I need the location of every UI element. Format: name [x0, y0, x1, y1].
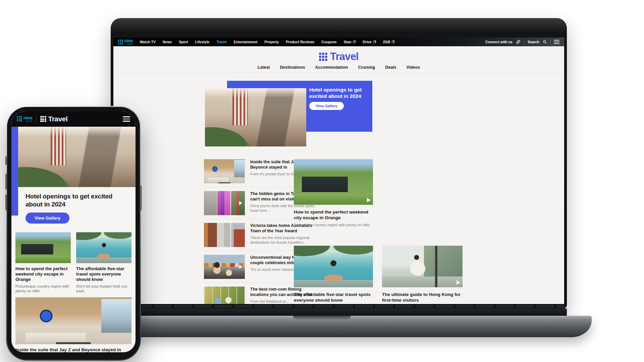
article-title: How to spend the perfect weekend city es… [294, 209, 373, 221]
article-title: How to spend the perfect weekend city es… [15, 266, 71, 282]
article-desc: These are the most popular regional dest… [250, 235, 321, 245]
hero-image-hotel-lobby[interactable] [205, 88, 306, 146]
travel-logo-text: Travel [48, 115, 68, 123]
nine-logo-text: nine .com.au [23, 116, 33, 122]
nav-item-coupons[interactable]: Coupons [321, 40, 337, 44]
external-link-icon [392, 41, 394, 43]
feature-article-five-star[interactable]: The affordable five-star travel spots ev… [294, 246, 373, 304]
phone-power-button [140, 186, 142, 210]
feature-article-orange[interactable]: How to spend the perfect weekend city es… [294, 159, 373, 227]
connect-with-us-link[interactable]: Connect with us [485, 40, 513, 44]
external-link-icon [373, 41, 376, 43]
subnav-item-destinations[interactable]: Destinations [280, 65, 305, 70]
nav-item-sport[interactable]: Sport [179, 40, 188, 44]
article-desc: Don't let your budget hold you back. [76, 284, 131, 293]
hero-title[interactable]: Hotel openings to get excited about in 2… [309, 86, 374, 99]
thumbnail-suite [204, 159, 245, 183]
nav-item-drive-label: Drive [363, 40, 371, 44]
subnav-item-deals[interactable]: Deals [385, 65, 396, 70]
mobile-card-grid: How to spend the perfect weekend city es… [11, 232, 136, 293]
phone-mockup: nine .com.au Travel Hotel openings to ge… [6, 106, 141, 361]
nine-dots-icon [118, 40, 123, 45]
article-title[interactable]: Inside the suite that Jay Z and Beyoncé … [11, 344, 136, 352]
view-gallery-button[interactable]: View Gallery [309, 102, 344, 110]
laptop-base-notch [293, 316, 351, 320]
feature-image-pool [294, 246, 373, 287]
thumbnail-tokyo [204, 191, 245, 215]
nav-item-stan-label: Stan [344, 40, 352, 44]
link-icon[interactable] [516, 40, 521, 44]
nav-item-travel[interactable]: Travel [216, 40, 226, 44]
header-divider [36, 115, 36, 123]
search-icon[interactable] [543, 40, 547, 44]
travel-logo[interactable]: Travel [319, 51, 359, 63]
nav-item-watch-tv[interactable]: Watch TV [140, 40, 156, 44]
card-image-orange [15, 232, 71, 263]
mobile-hero-text: Hotel openings to get excited about in 2… [11, 187, 136, 229]
hero-title[interactable]: Hotel openings to get excited about in 2… [25, 192, 131, 208]
play-icon [239, 265, 242, 269]
card-five-star[interactable]: The affordable five-star travel spots ev… [76, 232, 131, 293]
play-icon [239, 201, 242, 205]
nine-brand: nine [23, 116, 33, 120]
desktop-browser-viewport: nine .com.au Watch TV News Sport Lifesty… [113, 38, 564, 304]
subnav-item-latest[interactable]: Latest [258, 65, 270, 70]
nav-item-lifestyle[interactable]: Lifestyle [195, 40, 210, 44]
travel-dots-icon [319, 53, 327, 61]
menu-icon[interactable] [554, 40, 559, 44]
nav-item-product-reviews[interactable]: Product Reviews [286, 40, 315, 44]
article-desc: Picturesque country region with plenty o… [294, 223, 373, 227]
hero-accent-bar [11, 127, 18, 216]
card-image-pool [76, 232, 131, 263]
device-mockup-stage: nine .com.au Watch TV News Sport Lifesty… [0, 0, 644, 362]
travel-logo-text: Travel [330, 51, 359, 63]
nav-divider [524, 40, 524, 44]
nine-logo[interactable]: nine .com.au [17, 116, 33, 122]
play-icon [367, 198, 371, 202]
nav-item-property[interactable]: Property [264, 40, 279, 44]
travel-logo[interactable]: Travel [40, 115, 68, 123]
phone-volume-down-button [5, 194, 7, 210]
subnav-item-accommodation[interactable]: Accommodation [315, 65, 348, 70]
search-button[interactable]: Search [528, 40, 539, 44]
phone-volume-up-button [5, 174, 7, 190]
nav-item-2gb[interactable]: 2GB [383, 40, 395, 44]
travel-dots-icon [40, 116, 46, 122]
mobile-header: nine .com.au Travel [11, 111, 136, 127]
subnav-divider [113, 73, 564, 73]
nine-brand: nine [124, 39, 133, 43]
navbar-right-cluster: Connect with us Search [485, 40, 559, 44]
article-image-suite[interactable] [15, 297, 131, 344]
article-title: The affordable five-star travel spots ev… [294, 292, 373, 303]
travel-subnav: Latest Destinations Accommodation Cruisi… [113, 65, 564, 70]
nine-network-navbar: nine .com.au Watch TV News Sport Lifesty… [113, 38, 564, 46]
nav-divider [550, 40, 550, 44]
laptop-keyboard-glimpse [113, 305, 564, 308]
nav-item-entertainment[interactable]: Entertainment [234, 40, 258, 44]
nav-item-drive[interactable]: Drive [363, 40, 376, 44]
nine-brand-suffix: .com.au [25, 120, 33, 122]
nine-logo-text: nine .com.au [124, 39, 133, 45]
feature-article-hong-kong[interactable]: The ultimate guide to Hong Kong for firs… [382, 246, 463, 304]
subnav-item-cruising[interactable]: Cruising [358, 65, 375, 70]
article-desc: Picturesque country region with plenty o… [15, 284, 71, 293]
nav-item-2gb-label: 2GB [383, 40, 390, 44]
play-icon [457, 280, 460, 285]
article-title: The affordable five-star travel spots ev… [76, 266, 131, 282]
nine-logo[interactable]: nine .com.au [118, 39, 133, 45]
thumbnail-romcom [204, 287, 245, 304]
article-title: The ultimate guide to Hong Kong for firs… [382, 292, 463, 303]
hero-image-hotel-lobby[interactable] [18, 127, 136, 187]
card-orange[interactable]: How to spend the perfect weekend city es… [15, 232, 71, 293]
nav-item-stan[interactable]: Stan [344, 40, 356, 44]
thumbnail-couple [204, 255, 245, 279]
thumbnail-victoria [204, 223, 245, 247]
menu-icon[interactable] [123, 116, 130, 122]
phone-mute-switch [5, 156, 7, 165]
view-gallery-button[interactable]: View Gallery [25, 213, 69, 224]
laptop-hinge-deck [111, 308, 567, 316]
nine-dots-icon [17, 116, 22, 122]
external-link-icon [353, 41, 356, 43]
nav-item-news[interactable]: News [163, 40, 172, 44]
subnav-item-videos[interactable]: Videos [407, 65, 420, 70]
